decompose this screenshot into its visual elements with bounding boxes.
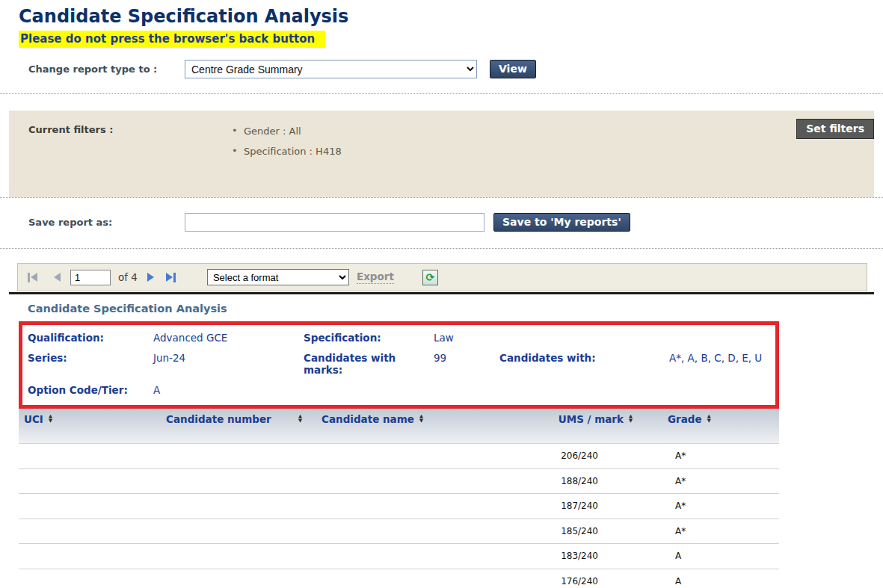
column-header-uci[interactable]: UCI ▲▼: [19, 413, 166, 443]
column-header-ums-mark[interactable]: UMS / mark ▲▼: [508, 413, 643, 443]
series-value: Jun-24: [153, 352, 304, 364]
column-header-candidate-number[interactable]: Candidate number ▲▼: [166, 413, 321, 443]
filters-list: Gender : All Specification : H418: [232, 126, 342, 166]
grade-cell: A: [643, 576, 779, 587]
ums-mark-cell: 206/240: [508, 451, 643, 461]
grade-cell: A*: [643, 501, 779, 511]
report-type-label: Change report type to :: [28, 64, 185, 75]
ums-mark-cell: 176/240: [508, 576, 643, 587]
filter-item-gender: Gender : All: [232, 126, 342, 137]
candidates-with-label: Candidates with:: [499, 352, 669, 364]
refresh-icon[interactable]: ⟳: [422, 270, 438, 285]
view-button[interactable]: View: [490, 60, 536, 78]
save-report-row: Save report as: Save to 'My reports': [28, 213, 883, 232]
table-header-row: UCI ▲▼ Candidate number ▲▼ Candidate nam…: [19, 409, 779, 443]
toolbar-bottom-rule: [9, 292, 874, 294]
candidates-with-marks-label: Candidates with marks:: [304, 352, 434, 376]
previous-page-icon[interactable]: [54, 273, 61, 282]
table-row: 206/240 A*: [19, 444, 779, 469]
save-to-my-reports-button[interactable]: Save to 'My reports': [493, 213, 630, 232]
series-label: Series:: [28, 352, 153, 364]
set-filters-button[interactable]: Set filters: [796, 119, 874, 139]
specification-label: Specification:: [304, 332, 434, 344]
table-row: 185/240 A*: [19, 519, 779, 545]
sort-icon[interactable]: ▲▼: [629, 415, 633, 423]
ums-mark-cell: 188/240: [508, 476, 643, 486]
grade-cell: A*: [643, 526, 779, 536]
back-button-warning: Please do not press the browser's back b…: [19, 31, 325, 48]
qualification-value: Advanced GCE: [153, 332, 304, 344]
report-pager-toolbar: of 4 Select a format Export ⟳: [17, 263, 867, 291]
sort-icon[interactable]: ▲▼: [298, 415, 302, 423]
column-header-candidate-name[interactable]: Candidate name ▲▼: [321, 413, 508, 443]
sort-icon[interactable]: ▲▼: [419, 415, 423, 423]
page-title: Candidate Specification Analysis: [19, 6, 883, 27]
next-page-icon[interactable]: [147, 273, 154, 282]
table-body: 206/240 A* 188/240 A* 187/240 A* 185/240…: [19, 443, 779, 588]
current-filters-panel: Current filters : Gender : All Specifica…: [9, 111, 874, 197]
specification-value: Law: [434, 332, 768, 344]
table-row: 187/240 A*: [19, 494, 779, 519]
report-summary-box: Qualification: Advanced GCE Specificatio…: [19, 321, 779, 409]
column-header-grade[interactable]: Grade ▲▼: [643, 413, 779, 443]
table-row: 176/240 A: [19, 569, 779, 588]
current-filters-label: Current filters :: [28, 124, 232, 166]
candidates-with-value: A*, A, B, C, D, E, U: [669, 352, 768, 364]
section-divider: [0, 197, 883, 198]
last-page-icon[interactable]: [166, 273, 176, 282]
grade-cell: A: [643, 551, 779, 561]
export-link[interactable]: Export: [357, 270, 394, 284]
ums-mark-cell: 185/240: [508, 526, 643, 536]
ums-mark-cell: 183/240: [508, 551, 643, 561]
export-format-select[interactable]: Select a format: [207, 269, 349, 285]
page-number-input[interactable]: [70, 270, 111, 285]
report-type-row: Change report type to : Centre Grade Sum…: [28, 60, 883, 78]
save-report-input[interactable]: [185, 213, 484, 232]
report-subtitle: Candidate Specification Analysis: [28, 303, 883, 315]
page-count-label: of 4: [118, 271, 138, 283]
first-page-icon[interactable]: [28, 273, 37, 282]
ums-mark-cell: 187/240: [508, 501, 643, 511]
candidates-with-marks-value: 99: [434, 352, 499, 364]
sort-icon[interactable]: ▲▼: [49, 415, 52, 423]
section-divider: [0, 93, 883, 94]
filter-item-specification: Specification : H418: [232, 146, 342, 157]
option-code-tier-label: Option Code/Tier:: [28, 384, 153, 396]
save-report-label: Save report as:: [28, 217, 185, 228]
report-type-select[interactable]: Centre Grade Summary: [185, 60, 477, 78]
grade-cell: A*: [643, 451, 779, 461]
sort-icon[interactable]: ▲▼: [707, 415, 711, 423]
table-row: 188/240 A*: [19, 469, 779, 495]
candidate-results-table: UCI ▲▼ Candidate number ▲▼ Candidate nam…: [19, 409, 779, 588]
grade-cell: A*: [643, 476, 779, 486]
qualification-label: Qualification:: [28, 332, 153, 344]
option-code-tier-value: A: [153, 384, 768, 396]
table-row: 183/240 A: [19, 544, 779, 569]
section-divider: [0, 248, 883, 249]
